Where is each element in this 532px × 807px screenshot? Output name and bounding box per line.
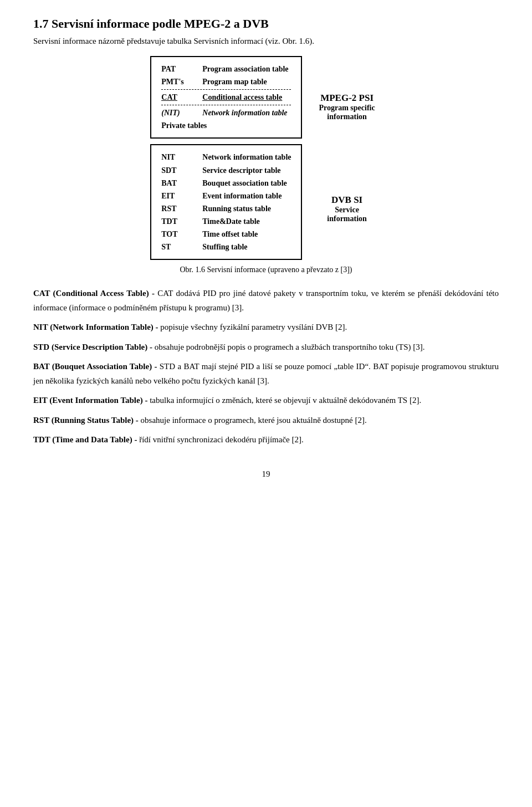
table-row: EIT Event information table xyxy=(161,190,291,202)
table-row-private: Private tables xyxy=(161,119,291,132)
label-column: MPEG-2 PSI Program specificinformation D… xyxy=(312,56,381,260)
tdt-bold: TDT (Time and Data Table) - xyxy=(33,435,137,444)
table-row: TDT Time&Date table xyxy=(161,215,291,228)
abbr-rst: RST xyxy=(161,202,195,215)
desc-tdt: Time&Date table xyxy=(202,215,260,228)
eit-bold: EIT (Event Information Table) - xyxy=(33,396,147,405)
desc-eit: Event information table xyxy=(202,190,282,202)
paragraph-rst: RST (Running Status Table) - obsahuje in… xyxy=(33,413,499,428)
desc-rst: Running status table xyxy=(202,202,271,215)
tables-column: PAT Program association table PMT's Prog… xyxy=(150,56,302,260)
paragraph-bat: BAT (Bouquet Association Table) - STD a … xyxy=(33,360,499,388)
std-bold: STD (Service Description Table) - xyxy=(33,343,152,351)
mpeg2-psi-box: PAT Program association table PMT's Prog… xyxy=(150,56,302,139)
abbr-pmt: PMT's xyxy=(161,75,195,88)
table-row: SDT Service descriptor table xyxy=(161,164,291,177)
abbr-bat: BAT xyxy=(161,177,195,190)
table-row: PAT Program association table xyxy=(161,63,291,75)
nit-bold: NIT (Network Information Table) - xyxy=(33,323,158,331)
abbr-tdt: TDT xyxy=(161,215,195,228)
desc-nit: Network information table xyxy=(202,151,291,164)
subtitle: Servisní informace názorně představuje t… xyxy=(33,37,499,46)
dvb-si-label: DVB SI Serviceinformation xyxy=(312,158,381,260)
abbr-pat: PAT xyxy=(161,63,195,75)
desc-pat: Program association table xyxy=(202,63,288,75)
fig-caption: Obr. 1.6 Servisní informace (upraveno a … xyxy=(33,265,499,274)
mpeg2-psi-main-label: MPEG-2 PSI xyxy=(320,93,374,104)
dvb-si-box: NIT Network information table SDT Servic… xyxy=(150,144,302,260)
rst-bold: RST (Running Status Table) - xyxy=(33,416,139,425)
table-row: ST Stuffing table xyxy=(161,241,291,253)
mpeg2-psi-sub-label: Program specificinformation xyxy=(319,104,375,121)
abbr-tot: TOT xyxy=(161,228,195,241)
table-row: BAT Bouquet association table xyxy=(161,177,291,190)
mpeg2-psi-label: MPEG-2 PSI Program specificinformation xyxy=(312,56,381,158)
desc-pmt: Program map table xyxy=(202,75,267,88)
desc-sdt: Service descriptor table xyxy=(202,164,280,177)
desc-st: Stuffing table xyxy=(202,241,247,253)
paragraph-tdt: TDT (Time and Data Table) - řídí vnitřní… xyxy=(33,433,499,447)
bat-bold: BAT (Bouquet Association Table) - xyxy=(33,362,157,371)
paragraph-eit: EIT (Event Information Table) - tabulka … xyxy=(33,394,499,408)
table-row: (NIT) Network information table xyxy=(161,106,291,119)
cat-bold: CAT (Conditional Access Table) - xyxy=(33,289,155,298)
table-row-cat: CAT Conditional access table xyxy=(161,89,291,105)
section-title: 1.7 Servisní informace podle MPEG-2 a DV… xyxy=(33,17,499,31)
table-row: PMT's Program map table xyxy=(161,75,291,88)
paragraph-cat: CAT (Conditional Access Table) - CAT dod… xyxy=(33,287,499,315)
abbr-nit-psi: (NIT) xyxy=(161,106,195,119)
dvb-si-main-label: DVB SI xyxy=(331,195,362,206)
dvb-si-sub-label: Serviceinformation xyxy=(327,206,367,223)
abbr-eit: EIT xyxy=(161,190,195,202)
desc-nit-psi: Network information table xyxy=(202,106,287,119)
desc-bat: Bouquet association table xyxy=(202,177,287,190)
page-number: 19 xyxy=(33,469,499,479)
abbr-st: ST xyxy=(161,241,195,253)
desc-cat: Conditional access table xyxy=(202,91,282,104)
diagram-wrapper: PAT Program association table PMT's Prog… xyxy=(33,56,499,260)
abbr-private: Private tables xyxy=(161,119,207,132)
table-row: NIT Network information table xyxy=(161,151,291,164)
diagram: PAT Program association table PMT's Prog… xyxy=(150,56,381,260)
abbr-cat: CAT xyxy=(161,91,195,104)
table-row: TOT Time offset table xyxy=(161,228,291,241)
table-row: RST Running status table xyxy=(161,202,291,215)
abbr-nit: NIT xyxy=(161,151,195,164)
paragraph-std: STD (Service Description Table) - obsahu… xyxy=(33,340,499,355)
desc-tot: Time offset table xyxy=(202,228,258,241)
abbr-sdt: SDT xyxy=(161,164,195,177)
paragraph-nit: NIT (Network Information Table) - popisu… xyxy=(33,320,499,335)
